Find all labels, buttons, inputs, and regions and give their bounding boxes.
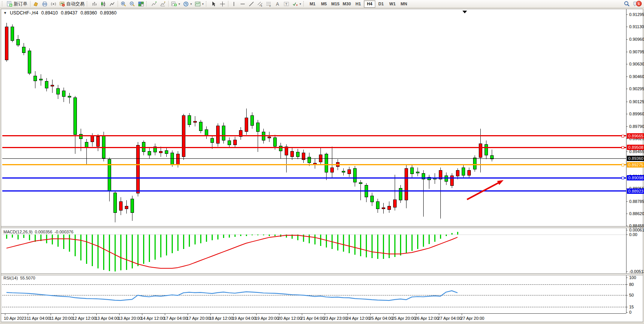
bar-chart-button[interactable] bbox=[90, 0, 99, 8]
auto-trading-button[interactable]: 自动交易 bbox=[58, 0, 86, 8]
time-axis-label[interactable]: 26 Apr 12:00 bbox=[415, 316, 438, 321]
time-axis-label[interactable]: 19 Apr 04:00 bbox=[232, 316, 256, 321]
time-axis-label[interactable]: 11 Apr 20:00 bbox=[49, 316, 73, 321]
time-axis-label[interactable]: 10 Apr 2023 bbox=[4, 316, 26, 321]
time-axis-label[interactable]: 14 Apr 12:00 bbox=[141, 316, 164, 321]
macd-bar bbox=[40, 235, 41, 241]
price-axis-label[interactable]: 0.91130 bbox=[629, 24, 644, 29]
timeframe-w1-button[interactable]: W1 bbox=[387, 0, 398, 8]
periods-button[interactable]: ▾ bbox=[182, 0, 193, 8]
new-order-button[interactable]: 新订单 bbox=[5, 0, 29, 8]
time-axis-label[interactable]: 21 Apr 04:00 bbox=[301, 316, 324, 321]
time-axis-label[interactable]: 13 Apr 04:00 bbox=[95, 316, 119, 321]
price-axis-label[interactable]: 0.89960 bbox=[629, 112, 644, 116]
candlestick-chart-button[interactable] bbox=[99, 0, 108, 8]
crosshair-tool-button[interactable] bbox=[218, 0, 227, 8]
timeframe-h1-button[interactable]: H1 bbox=[352, 0, 364, 8]
candle-wick bbox=[332, 147, 332, 178]
line-handle[interactable] bbox=[622, 177, 624, 179]
add-indicator-button[interactable]: ▾ bbox=[170, 0, 182, 8]
time-axis-label[interactable]: 11 Apr 04:00 bbox=[27, 316, 50, 321]
timeframe-m5-button[interactable]: M5 bbox=[318, 0, 330, 8]
templates-button[interactable]: ▾ bbox=[193, 0, 205, 8]
horizontal-line-tool-button[interactable] bbox=[238, 0, 247, 8]
trendline-tool-button[interactable] bbox=[247, 0, 256, 8]
time-axis-label[interactable]: 27 Apr 04:00 bbox=[438, 316, 461, 321]
channel-tool-button[interactable]: E bbox=[256, 0, 265, 8]
price-line-0.89508[interactable] bbox=[2, 147, 626, 148]
timeframe-h4-button[interactable]: H4 bbox=[364, 0, 375, 8]
price-axis-label[interactable]: 0.88620 bbox=[629, 211, 644, 216]
price-line-0.89098[interactable] bbox=[2, 177, 626, 179]
publish-button[interactable] bbox=[32, 0, 40, 8]
time-axis-label[interactable]: 12 Apr 12:00 bbox=[72, 316, 96, 321]
price-axis-label[interactable]: 0.90795 bbox=[629, 49, 644, 54]
print-button[interactable] bbox=[40, 0, 49, 8]
candle bbox=[96, 136, 100, 147]
price-axis-label[interactable]: 0.90125 bbox=[629, 99, 644, 104]
zoom-in-button[interactable] bbox=[119, 0, 128, 8]
crosshair-icon bbox=[220, 1, 225, 7]
line-handle[interactable] bbox=[622, 164, 624, 166]
timeframe-m15-button[interactable]: M15 bbox=[330, 0, 341, 8]
text-label-tool-button[interactable]: T bbox=[282, 0, 291, 8]
candle bbox=[405, 168, 408, 200]
time-axis-label[interactable]: 20 Apr 12:00 bbox=[278, 316, 301, 321]
time-axis-label[interactable]: 27 Apr 20:00 bbox=[461, 316, 484, 321]
timeframe-m30-button[interactable]: M30 bbox=[341, 0, 352, 8]
price-line-0.89360[interactable] bbox=[2, 158, 626, 159]
timeframe-m1-button[interactable]: M1 bbox=[307, 0, 318, 8]
macd-bar bbox=[137, 235, 139, 266]
chart-window[interactable]: ▼ USDCHF-,H4 0.89410 0.89437 0.89360 0.8… bbox=[1, 9, 643, 322]
cursor-icon bbox=[211, 1, 217, 7]
candle bbox=[216, 126, 220, 144]
time-axis-label[interactable]: 17 Apr 04:00 bbox=[164, 316, 187, 321]
signal-button[interactable] bbox=[49, 0, 58, 8]
zoom-out-button[interactable] bbox=[128, 0, 137, 8]
price-axis-label[interactable]: 0.88455 bbox=[629, 223, 644, 228]
price-axis-label[interactable]: 0.88785 bbox=[629, 199, 644, 204]
price-axis-label[interactable]: 0.90960 bbox=[629, 37, 644, 41]
price-axis-label[interactable]: 0.91295 bbox=[629, 12, 644, 17]
arrows-tool-button[interactable]: ▾ bbox=[291, 0, 303, 8]
indicator-settings-button[interactable] bbox=[158, 0, 167, 8]
time-axis-label[interactable]: 24 Apr 12:00 bbox=[346, 316, 370, 321]
toolbar-grip[interactable] bbox=[303, 1, 305, 6]
fibonacci-tool-button[interactable]: F bbox=[265, 0, 273, 8]
price-line-0.88923[interactable] bbox=[2, 190, 626, 192]
time-axis-label[interactable]: 17 Apr 20:00 bbox=[187, 316, 210, 321]
line-chart-button[interactable] bbox=[108, 0, 116, 8]
line-handle[interactable] bbox=[622, 135, 624, 137]
timeframe-d1-button[interactable]: D1 bbox=[375, 0, 387, 8]
text-tool-button[interactable]: A bbox=[273, 0, 282, 8]
macd-bar bbox=[332, 235, 333, 249]
toolbar-grip[interactable] bbox=[2, 1, 4, 6]
vertical-line-tool-button[interactable] bbox=[230, 0, 238, 8]
macd-bar bbox=[126, 235, 127, 270]
time-axis-label[interactable]: 19 Apr 20:00 bbox=[255, 316, 279, 321]
toolbar-grip[interactable] bbox=[206, 1, 208, 6]
timeframe-mn-button[interactable]: MN bbox=[398, 0, 410, 8]
price-axis-label[interactable]: 0.89790 bbox=[629, 124, 644, 129]
toolbar-grip[interactable] bbox=[146, 1, 148, 6]
search-button[interactable] bbox=[622, 0, 631, 8]
chart-plot-area[interactable]: 0.912950.911300.909600.907950.906300.904… bbox=[1, 9, 643, 322]
notifications-button[interactable]: 1 bbox=[631, 0, 643, 8]
price-axis-label[interactable]: 0.90630 bbox=[629, 62, 644, 66]
price-line-0.89665[interactable] bbox=[2, 135, 626, 136]
line-handle[interactable] bbox=[622, 146, 624, 149]
cursor-tool-button[interactable] bbox=[209, 0, 218, 8]
tile-windows-button[interactable] bbox=[137, 0, 145, 8]
price-axis-label[interactable]: 0.90460 bbox=[629, 74, 644, 79]
price-axis-label[interactable]: 0.90295 bbox=[629, 86, 644, 91]
time-axis-label[interactable]: 23 Apr 23:00 bbox=[324, 316, 347, 321]
time-axis-label[interactable]: 18 Apr 12:00 bbox=[209, 316, 233, 321]
toolbar-grip[interactable] bbox=[87, 1, 89, 6]
time-axis-label[interactable]: 13 Apr 20:00 bbox=[118, 316, 142, 321]
price-line-0.89275[interactable] bbox=[2, 164, 626, 165]
macd-bar bbox=[109, 235, 110, 271]
candle bbox=[5, 27, 8, 60]
time-axis-label[interactable]: 25 Apr 20:00 bbox=[392, 316, 416, 321]
indicators-list-button[interactable] bbox=[150, 0, 158, 8]
time-axis-label[interactable]: 25 Apr 04:00 bbox=[369, 316, 393, 321]
